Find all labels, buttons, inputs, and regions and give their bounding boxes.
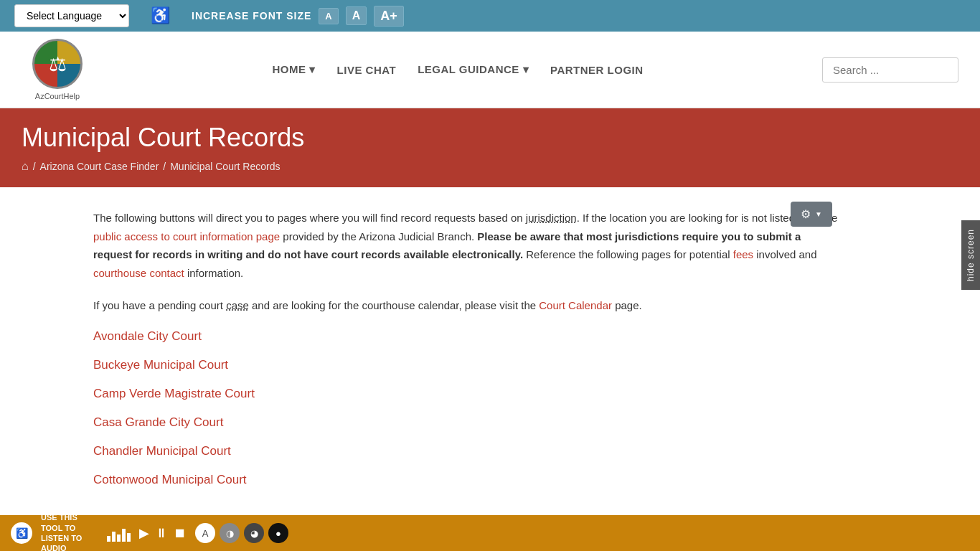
jurisdiction-term: jurisdiction xyxy=(526,212,577,224)
nav-live-chat[interactable]: LIVE CHAT xyxy=(337,64,397,76)
breadcrumb-case-finder[interactable]: Arizona Court Case Finder xyxy=(40,161,159,172)
nav-partner-login[interactable]: PARTNER LOGIN xyxy=(550,64,644,76)
court-calendar-link[interactable]: Court Calendar xyxy=(539,299,612,311)
logo-area: AzCourtHelp xyxy=(22,39,93,100)
font-small-button[interactable]: A xyxy=(319,8,338,24)
breadcrumb-current: Municipal Court Records xyxy=(170,161,280,172)
font-size-label: INCREASE FONT SIZE xyxy=(192,10,311,22)
font-size-section: INCREASE FONT SIZE A A A+ xyxy=(192,6,404,27)
list-item: Cottonwood Municipal Court xyxy=(93,473,839,487)
court-casa-grande-link[interactable]: Casa Grande City Court xyxy=(93,415,223,429)
case-term: case xyxy=(226,299,249,311)
courthouse-contact-link[interactable]: courthouse contact xyxy=(93,267,184,279)
court-camp-verde-link[interactable]: Camp Verde Magistrate Court xyxy=(93,387,255,400)
audio-logo-icon: ♿ xyxy=(11,522,32,523)
accessibility-icon: ♿ xyxy=(151,6,170,25)
public-access-link[interactable]: public access to court information page xyxy=(93,230,280,242)
nav-legal-guidance[interactable]: LEGAL GUIDANCE ▾ xyxy=(418,63,529,76)
breadcrumb-sep2: / xyxy=(163,161,166,172)
court-avondale-link[interactable]: Avondale City Court xyxy=(93,329,202,343)
language-selector[interactable]: Select Language xyxy=(14,4,129,27)
list-item: Buckeye Municipal Court xyxy=(93,358,839,372)
home-icon[interactable]: ⌂ xyxy=(22,160,29,173)
court-buckeye-link[interactable]: Buckeye Municipal Court xyxy=(93,358,228,372)
audio-label: USE THIS TOOL TOLISTEN TO AUDIO xyxy=(41,512,98,522)
font-large-button[interactable]: A+ xyxy=(374,6,404,27)
header: AzCourtHelp HOME ▾ LIVE CHAT LEGAL GUIDA… xyxy=(0,32,980,108)
audio-bar: ♿ USE THIS TOOL TOLISTEN TO AUDIO ▶ ⏸ ⏹ … xyxy=(0,515,980,523)
gear-icon: ⚙ xyxy=(801,207,811,221)
page-banner: Municipal Court Records ⌂ / Arizona Cour… xyxy=(0,108,980,187)
logo-text: AzCourtHelp xyxy=(35,92,80,100)
court-chandler-link[interactable]: Chandler Municipal Court xyxy=(93,444,231,458)
nav-home[interactable]: HOME ▾ xyxy=(272,63,315,76)
hide-screen-tab[interactable]: hide screen xyxy=(961,220,980,290)
court-cottonwood-link[interactable]: Cottonwood Municipal Court xyxy=(93,473,247,486)
main-content: ⚙ The following buttons will direct you … xyxy=(0,187,861,523)
main-nav: HOME ▾ LIVE CHAT LEGAL GUIDANCE ▾ PARTNE… xyxy=(115,63,801,76)
court-list: Avondale City Court Buckeye Municipal Co… xyxy=(93,329,839,487)
logo-icon xyxy=(32,39,83,89)
settings-button[interactable]: ⚙ xyxy=(791,202,832,227)
page-title: Municipal Court Records xyxy=(22,123,958,153)
breadcrumb: ⌂ / Arizona Court Case Finder / Municipa… xyxy=(22,160,958,173)
intro-paragraph: The following buttons will direct you to… xyxy=(93,209,839,282)
list-item: Casa Grande City Court xyxy=(93,415,839,430)
language-dropdown[interactable]: Select Language xyxy=(14,4,129,27)
list-item: Avondale City Court xyxy=(93,329,839,344)
top-bar: Select Language ♿ INCREASE FONT SIZE A A… xyxy=(0,0,980,32)
list-item: Chandler Municipal Court xyxy=(93,444,839,458)
fees-link[interactable]: fees xyxy=(733,248,753,260)
font-medium-button[interactable]: A xyxy=(346,6,367,25)
list-item: Camp Verde Magistrate Court xyxy=(93,387,839,401)
search-input[interactable] xyxy=(822,57,958,83)
calendar-paragraph: If you have a pending court case and are… xyxy=(93,296,839,315)
breadcrumb-sep1: / xyxy=(33,161,36,172)
